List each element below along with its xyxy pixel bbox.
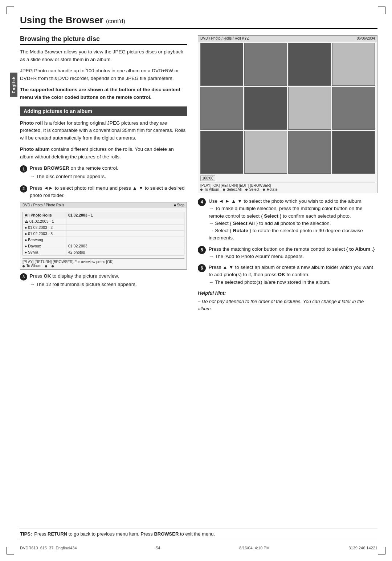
step-6-arrow-1: The selected photo(s) is/are now stored … (209, 279, 377, 286)
thumbnail-11 (288, 131, 331, 174)
sidebar-english-label: English (10, 73, 17, 97)
step-2-content: Press ◄► to select photo roll menu and p… (30, 185, 187, 199)
thumbnail-12 (332, 131, 375, 174)
screen-rolls-title: DVD / Photo / Photo Rolls (23, 203, 64, 207)
hint-title: Helpful Hint: (198, 290, 377, 297)
screen-kyz-buttons: [PLAY] [OK] [RETURN] [EDIT] [BROWSER] (200, 182, 375, 187)
step-4-number: 4 (198, 198, 206, 206)
intro-para-1: The Media Browser allows you to view the… (20, 48, 187, 64)
step-2-text: Press ◄► to select photo roll menu and p… (30, 185, 184, 198)
kyz-legend-select: Select (245, 187, 260, 191)
right-step-5: 5 Press the matching color button on the… (198, 246, 377, 261)
corner-mark-tr (378, 7, 385, 14)
photo-roll-text: is a folder for storing original JPEG pi… (20, 120, 185, 141)
thumbnail-5 (200, 87, 243, 130)
table-row-3-col1: ● Berwang (23, 237, 66, 243)
screen-rolls-stop: ■ Stop (174, 203, 184, 207)
tips-text: Press RETURN to go back to previous menu… (34, 531, 215, 537)
thumbnail-7 (288, 87, 331, 130)
step-5-text: Press the matching color button on the r… (209, 246, 375, 252)
table-row-2-col1: ● 01.02.2003 - 3 (23, 231, 66, 237)
table-row-4-col2: 01.02.2003 (66, 243, 184, 249)
table-row-2: ● 01.02.2003 - 3 (23, 231, 184, 237)
table-row-5: ● Sylvia 42 photos (23, 249, 184, 255)
footer: DVDR610_615_37_Engfinal434 54 8/16/04, 4… (20, 546, 377, 550)
step-4-arrow-2: Select { Select All } to add all photos … (209, 220, 377, 227)
step-1-number: 1 (20, 165, 27, 173)
intro-para-2: JPEG Photo can handle up to 100 photos i… (20, 67, 187, 82)
right-column: DVD / Photo / Rolls / Roll KYZ 06/06/200… (198, 35, 377, 312)
table-row-5-col1: ● Sylvia (23, 249, 66, 255)
table-row-0-col1: ⏏ 01.02.2003 - 1 (23, 218, 66, 224)
thumbnail-4 (332, 43, 375, 86)
step-1-text: Press BROWSER on the remote control. (30, 165, 118, 171)
table-col1-header: All Photo Rolls (23, 212, 66, 218)
step-3-number: 3 (20, 273, 27, 280)
corner-mark-br (378, 547, 385, 554)
thumbnail-8 (332, 87, 375, 130)
footer-left: DVDR610_615_37_Engfinal434 (20, 546, 77, 550)
step-3: 3 Press OK to display the picture overvi… (20, 273, 187, 290)
step-6-content: Press ▲ ▼ to select an album or create a… (209, 264, 377, 286)
step-2: 2 Press ◄► to select photo roll menu and… (20, 185, 187, 199)
table-col2-header: 01.02.2003 - 1 (66, 212, 184, 218)
table-header-row: All Photo Rolls 01.02.2003 - 1 (23, 212, 184, 218)
table-row-2-col2 (66, 231, 184, 237)
footer-rightmost: 3139 246 14221 (348, 546, 377, 550)
step-3-content: Press OK to display the picture overview… (30, 273, 187, 290)
step-2-number: 2 (20, 185, 27, 193)
kyz-legend-rotate: Rotate (263, 187, 277, 191)
rolls-table: All Photo Rolls 01.02.2003 - 1 ⏏ 01.02.2… (23, 212, 184, 255)
legend-dot2 (45, 264, 48, 268)
screen-rolls-body: All Photo Rolls 01.02.2003 - 1 ⏏ 01.02.2… (20, 208, 187, 269)
table-row-1-col1: ● 01.02.2003 - 2 (23, 225, 66, 230)
step-1-content: Press BROWSER on the remote control. The… (30, 165, 187, 182)
step-4-text: Use ◄ ► ▲ ▼ to select the photo which yo… (209, 198, 363, 204)
screen-kyz-top-bar: DVD / Photo / Rolls / Roll KYZ 06/06/200… (198, 36, 377, 41)
helpful-hint: Helpful Hint: – Do not pay attention to … (198, 290, 377, 312)
step-4-arrow-1: To make a multiple selection, press the … (209, 205, 377, 220)
kyz-legend-to-album: To Album (200, 187, 219, 191)
two-column-layout: Browsing the picture disc The Media Brow… (20, 35, 377, 312)
left-column: Browsing the picture disc The Media Brow… (20, 35, 187, 312)
thumbnail-9 (200, 131, 243, 174)
legend-dot3 (52, 264, 54, 268)
photo-roll-para: Photo roll is a folder for storing origi… (20, 120, 187, 142)
screen-photo-rolls: DVD / Photo / Photo Rolls ■ Stop All Pho… (20, 202, 187, 270)
corner-mark-tl (7, 7, 14, 14)
main-content: Using the Browser (cont'd) Browsing the … (20, 15, 377, 539)
step-1: 1 Press BROWSER on the remote control. T… (20, 165, 187, 182)
section-heading: Browsing the picture disc (20, 35, 187, 45)
step-5-arrow: The 'Add to Photo Album' menu appears. (209, 253, 377, 260)
step-5-content: Press the matching color button on the r… (209, 246, 377, 261)
footer-date: 8/16/04, 4:10 PM (239, 546, 270, 550)
footer-center: 54 (156, 546, 160, 550)
table-row-5-col2: 42 photos (66, 249, 184, 255)
screen-kyz-date: 06/06/2004 (357, 36, 375, 40)
corner-mark-bl (7, 547, 14, 554)
step-1-arrow: The disc content menu appears. (30, 173, 187, 180)
step-3-arrow: The 12 roll thumbnails picture screen ap… (30, 281, 187, 288)
screen-top-bar-rolls: DVD / Photo / Photo Rolls ■ Stop (20, 202, 187, 208)
screen-rolls-buttons: [PLAY] [RETURN] [BROWSER] For overview p… (23, 258, 184, 264)
sub-heading-adding-pictures: Adding pictures to an album (20, 106, 187, 116)
table-row-0: ⏏ 01.02.2003 - 1 (23, 218, 184, 225)
step-3-text: Press OK to display the picture overview… (30, 273, 119, 279)
counter-value: 100:00 (200, 175, 215, 181)
supported-functions-text: The supported functions are shown at the… (20, 86, 187, 101)
tips-bar: TIPS: Press RETURN to go back to previou… (20, 529, 377, 539)
photo-roll-bold: Photo roll (20, 120, 43, 126)
thumbnail-3 (288, 43, 331, 86)
legend-to-album: To Album (23, 264, 41, 268)
screen-rolls-legend: To Album (23, 264, 184, 268)
page-title: Using the Browser (cont'd) (20, 15, 377, 29)
thumbnail-6 (244, 87, 287, 130)
kyz-legend-select-all: Select All (223, 187, 242, 191)
tips-label: TIPS: (20, 531, 32, 537)
screen-kyz-legend: To Album Select All Select Rotate (200, 187, 375, 191)
table-row-0-col2 (66, 218, 184, 224)
screen-kyz: DVD / Photo / Rolls / Roll KYZ 06/06/200… (198, 35, 377, 193)
step-5-number: 5 (198, 246, 206, 254)
screen-thumbnails-grid (200, 43, 375, 174)
page-title-contd: (cont'd) (106, 18, 125, 24)
